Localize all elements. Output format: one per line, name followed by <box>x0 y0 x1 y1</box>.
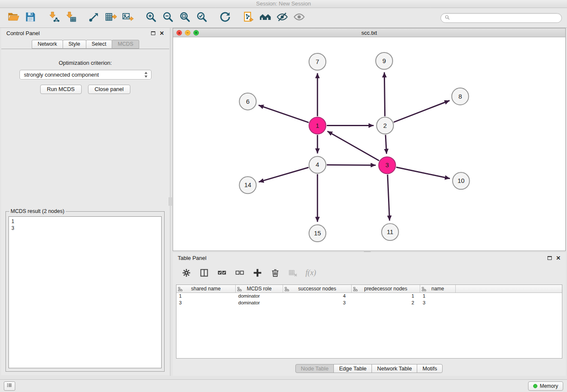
zoom-fit-button[interactable] <box>176 9 193 26</box>
table-body: 1dominator4113dominator323 <box>176 293 562 306</box>
search-field[interactable] <box>440 13 562 23</box>
eye-slash-icon <box>276 11 288 25</box>
network-window-titlebar[interactable]: scc.txt <box>173 28 565 37</box>
node-1[interactable]: 1 <box>309 117 326 134</box>
tab-style[interactable]: Style <box>63 40 86 49</box>
table-panel-tabs: Node TableEdge TableNetwork TableMotifs <box>173 364 566 373</box>
new-network-from-selection-button[interactable] <box>240 9 257 26</box>
mcds-result-box: MCDS result (2 nodes) 13 <box>6 208 165 372</box>
float-panel-icon[interactable] <box>151 31 155 35</box>
result-line: 1 <box>11 218 159 225</box>
edge-1-6[interactable] <box>259 105 308 122</box>
vertical-splitter-grip[interactable] <box>169 197 172 206</box>
tab-node-table[interactable]: Node Table <box>295 364 334 373</box>
node-11[interactable]: 11 <box>382 224 399 240</box>
delete-column-icon <box>288 268 298 278</box>
search-icon <box>445 14 452 22</box>
column-header-shared-name[interactable]: shared name <box>176 285 236 293</box>
close-window-icon[interactable] <box>176 30 182 36</box>
zoom-in-button[interactable] <box>143 9 160 26</box>
node-10[interactable]: 10 <box>453 172 470 189</box>
column-header-successor-nodes[interactable]: successor nodes <box>283 285 352 293</box>
zoom-selected-button[interactable] <box>193 9 210 26</box>
tab-mcds[interactable]: MCDS <box>112 40 139 49</box>
table-panel-header: Table Panel <box>173 253 566 263</box>
network-canvas[interactable]: 7968124314101511 <box>173 37 565 251</box>
node-2[interactable]: 2 <box>377 117 394 134</box>
split-panel-icon[interactable] <box>199 268 209 278</box>
network-graph[interactable]: 7968124314101511 <box>173 37 565 251</box>
criterion-dropdown[interactable]: strongly connected component <box>19 70 151 80</box>
node-9[interactable]: 9 <box>376 52 393 69</box>
export-image-button[interactable] <box>119 9 136 26</box>
search-input[interactable] <box>452 15 558 21</box>
zoom-fit-icon <box>179 11 191 25</box>
edge-2-3[interactable] <box>385 135 386 154</box>
close-panel-icon[interactable] <box>160 31 164 36</box>
edge-2-8[interactable] <box>394 101 449 122</box>
open-session-button[interactable] <box>5 9 22 26</box>
node-8[interactable]: 8 <box>452 88 469 105</box>
float-panel-icon[interactable] <box>548 256 552 260</box>
minimize-window-icon[interactable] <box>185 30 190 36</box>
table-row[interactable]: 3dominator323 <box>176 300 562 306</box>
node-15[interactable]: 15 <box>309 225 326 242</box>
mcds-result-title: MCDS result (2 nodes) <box>9 208 66 214</box>
eye-icon <box>293 11 305 25</box>
control-panel: Control Panel NetworkStyleSelectMCDS Opt… <box>1 28 169 375</box>
node-6[interactable]: 6 <box>239 93 256 110</box>
edge-3-11[interactable] <box>388 174 390 221</box>
table-row[interactable]: 1dominator411 <box>176 293 562 300</box>
add-row-icon[interactable] <box>252 268 262 278</box>
refresh-view-button[interactable] <box>217 9 234 26</box>
save-session-button[interactable] <box>22 9 39 26</box>
graphics-details-button[interactable] <box>274 9 291 26</box>
node-label: 9 <box>383 57 386 64</box>
tab-network-table[interactable]: Network Table <box>372 364 417 373</box>
delete-row-icon[interactable] <box>270 268 280 278</box>
edge-3-1[interactable] <box>328 131 379 161</box>
run-mcds-button[interactable]: Run MCDS <box>40 85 82 94</box>
edge-2-9[interactable] <box>384 72 385 116</box>
column-header-mcds-role[interactable]: MCDS role <box>236 285 283 293</box>
memory-button[interactable]: Memory <box>528 381 563 391</box>
table-settings-icon[interactable] <box>181 268 191 278</box>
column-header-predecessor-nodes[interactable]: predecessor nodes <box>352 285 420 293</box>
zoom-out-button[interactable] <box>160 9 176 26</box>
export-table-button[interactable] <box>102 9 119 26</box>
edge-4-3[interactable] <box>327 165 376 166</box>
deselect-all-icon[interactable] <box>234 268 245 278</box>
column-header-label: successor nodes <box>298 286 336 292</box>
node-label: 3 <box>385 161 389 168</box>
node-4[interactable]: 4 <box>309 156 326 173</box>
tab-edge-table[interactable]: Edge Table <box>333 364 372 373</box>
table-panel-title: Table Panel <box>178 255 206 261</box>
column-header-label: name <box>431 286 444 292</box>
node-3[interactable]: 3 <box>379 157 396 174</box>
close-panel-icon[interactable] <box>556 256 561 260</box>
close-panel-button[interactable]: Close panel <box>88 85 131 94</box>
column-header-name[interactable]: name <box>420 285 456 293</box>
import-network-button[interactable] <box>45 9 62 26</box>
function-builder-button: f(x) <box>306 268 316 277</box>
tab-select[interactable]: Select <box>86 40 113 49</box>
tab-network[interactable]: Network <box>32 40 63 49</box>
node-label: 15 <box>314 229 321 237</box>
control-panel-tabs: NetworkStyleSelectMCDS <box>1 39 169 49</box>
mcds-result-list[interactable]: 13 <box>8 216 162 368</box>
node-14[interactable]: 14 <box>239 177 256 193</box>
node-7[interactable]: 7 <box>309 53 326 70</box>
tab-motifs[interactable]: Motifs <box>417 364 443 373</box>
show-hide-button[interactable] <box>291 9 308 26</box>
table-cell: 1 <box>176 293 236 300</box>
select-all-icon[interactable] <box>217 268 227 278</box>
edge-4-14[interactable] <box>259 167 308 182</box>
zoom-window-icon[interactable] <box>193 30 199 36</box>
first-neighbors-button[interactable] <box>257 9 274 26</box>
network-tools-button[interactable] <box>85 9 102 26</box>
edge-3-10[interactable] <box>396 167 450 179</box>
column-sort-icon <box>178 287 182 293</box>
node-label: 4 <box>316 161 319 168</box>
panels-menu-button[interactable] <box>4 381 15 391</box>
import-table-button[interactable] <box>62 9 79 26</box>
